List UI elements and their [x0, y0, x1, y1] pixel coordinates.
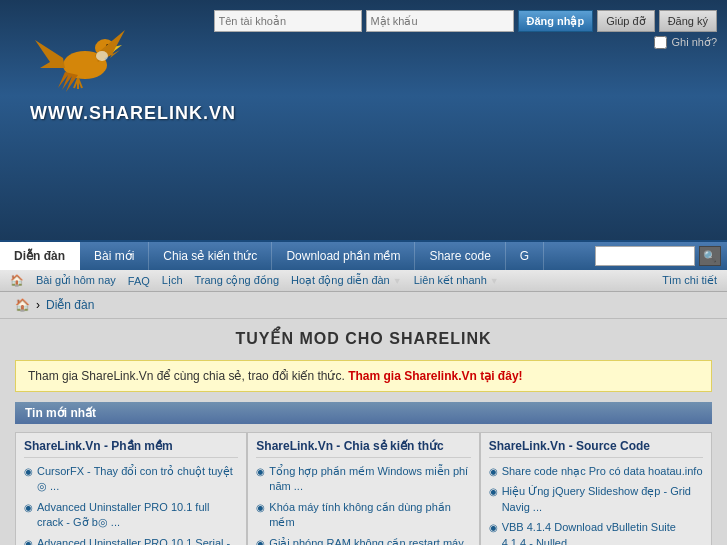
sub-nav: 🏠 Bài gửi hôm nay FAQ Lịch Trang cộng đồ…	[0, 270, 727, 292]
login-button[interactable]: Đăng nhập	[518, 10, 594, 32]
register-button[interactable]: Đăng ký	[659, 10, 717, 32]
list-item[interactable]: Tổng hợp phần mềm Windows miễn phí năm .…	[256, 464, 470, 495]
header: WWW.SHARELINK.VN Đăng nhập Giúp đỡ Đăng …	[0, 0, 727, 240]
subnav-lich[interactable]: Lịch	[162, 274, 183, 287]
nav-bar: Diễn đàn Bài mới Chia sẻ kiến thức Downl…	[0, 240, 727, 270]
col-kienthuc-title: ShareLink.Vn - Chia sẻ kiến thức	[256, 439, 470, 458]
nav-search-button[interactable]: 🔍	[699, 246, 721, 266]
list-item[interactable]: Giải phóng RAM không cần restart máy tín…	[256, 536, 470, 545]
subnav-trangcongdong[interactable]: Trang cộng đồng	[195, 274, 280, 287]
logo-area: WWW.SHARELINK.VN	[30, 20, 236, 124]
list-item[interactable]: Share code nhạc Pro có data hoatau.info	[489, 464, 703, 479]
subnav-baiguihomay[interactable]: Bài gửi hôm nay	[36, 274, 116, 287]
dropdown-arrow-icon: ▼	[393, 276, 402, 286]
breadcrumb-separator: ›	[36, 298, 40, 312]
remember-checkbox[interactable]	[654, 36, 667, 49]
nav-item-diendan[interactable]: Diễn đàn	[0, 242, 80, 270]
banner-text: Tham gia ShareLink.Vn để cùng chia sẻ, t…	[28, 369, 345, 383]
banner-link[interactable]: Tham gia Sharelink.Vn tại đây!	[348, 369, 522, 383]
page-title: TUYỂN MOD CHO SHARELINK	[15, 329, 712, 348]
subnav-faq[interactable]: FAQ	[128, 275, 150, 287]
list-item[interactable]: CursorFX - Thay đổi con trỏ chuột tuyệt …	[24, 464, 238, 495]
nav-search-area: 🔍	[589, 242, 727, 270]
col-kienthuc-list: Tổng hợp phần mềm Windows miễn phí năm .…	[256, 464, 470, 545]
breadcrumb-current[interactable]: Diễn đàn	[46, 298, 94, 312]
news-columns: ShareLink.Vn - Phần mềm CursorFX - Thay …	[15, 432, 712, 545]
nav-item-downloadphanmem[interactable]: Download phần mềm	[272, 242, 415, 270]
list-item[interactable]: VBB 4.1.4 Download vBulletin Suite 4.1.4…	[489, 520, 703, 545]
password-input[interactable]	[366, 10, 514, 32]
help-button[interactable]: Giúp đỡ	[597, 10, 654, 32]
logo-text: WWW.SHARELINK.VN	[30, 103, 236, 124]
col-phanmem-list: CursorFX - Thay đổi con trỏ chuột tuyệt …	[24, 464, 238, 545]
svg-marker-5	[35, 40, 65, 68]
username-input[interactable]	[214, 10, 362, 32]
col-sourcecode: ShareLink.Vn - Source Code Share code nh…	[480, 432, 712, 545]
yellow-banner: Tham gia ShareLink.Vn để cùng chia sẻ, t…	[15, 360, 712, 392]
svg-point-8	[96, 51, 108, 61]
home-icon: 🏠	[15, 298, 30, 312]
login-row: Đăng nhập Giúp đỡ Đăng ký	[214, 10, 718, 32]
nav-item-g[interactable]: G	[506, 242, 544, 270]
login-area: Đăng nhập Giúp đỡ Đăng ký Ghi nhớ?	[214, 10, 718, 49]
subnav-timchitiet[interactable]: Tìm chi tiết	[662, 274, 717, 287]
list-item[interactable]: Advanced Uninstaller PRO 10.1 Serial - G…	[24, 536, 238, 545]
dropdown-arrow-icon2: ▼	[490, 276, 499, 286]
main-content: TUYỂN MOD CHO SHARELINK Tham gia ShareLi…	[0, 319, 727, 545]
nav-item-chiaselienthuc[interactable]: Chia sẻ kiến thức	[149, 242, 272, 270]
sub-nav-icon: 🏠	[10, 274, 24, 287]
section-header: Tin mới nhất	[15, 402, 712, 424]
remember-label: Ghi nhớ?	[671, 36, 717, 49]
list-item[interactable]: Hiệu Ứng jQuery Slideshow đẹp - Grid Nav…	[489, 484, 703, 515]
search-icon: 🔍	[703, 250, 717, 263]
list-item[interactable]: Khóa máy tính không cần dùng phần mềm	[256, 500, 470, 531]
subnav-lienket[interactable]: Liên kết nhanh ▼	[414, 274, 499, 287]
col-phanmem: ShareLink.Vn - Phần mềm CursorFX - Thay …	[15, 432, 247, 545]
breadcrumb: 🏠 › Diễn đàn	[0, 292, 727, 319]
eagle-logo-icon	[30, 20, 140, 95]
col-sourcecode-list: Share code nhạc Pro có data hoatau.info …	[489, 464, 703, 545]
nav-search-input[interactable]	[595, 246, 695, 266]
col-sourcecode-title: ShareLink.Vn - Source Code	[489, 439, 703, 458]
col-phanmem-title: ShareLink.Vn - Phần mềm	[24, 439, 238, 458]
remember-row: Ghi nhớ?	[654, 36, 717, 49]
col-kienthuc: ShareLink.Vn - Chia sẻ kiến thức Tổng hợ…	[247, 432, 479, 545]
nav-item-sharecode[interactable]: Share code	[415, 242, 505, 270]
nav-item-baimoi[interactable]: Bài mới	[80, 242, 149, 270]
subnav-hoatdong[interactable]: Hoạt động diễn đàn ▼	[291, 274, 402, 287]
svg-marker-7	[58, 72, 78, 92]
list-item[interactable]: Advanced Uninstaller PRO 10.1 full crack…	[24, 500, 238, 531]
